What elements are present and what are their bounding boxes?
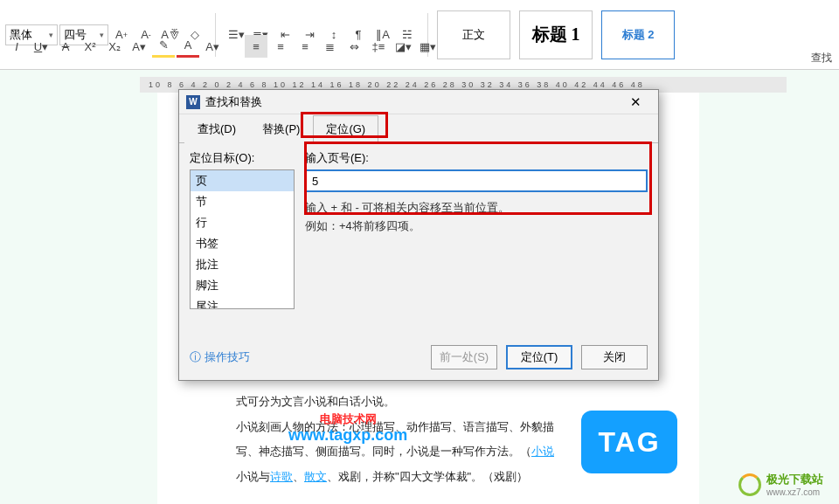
- goto-target-list[interactable]: 页 节 行 书签 批注 脚注 尾注 域: [190, 169, 295, 309]
- close-button[interactable]: 关闭: [581, 345, 648, 369]
- site-logo: 极光下载站 www.xz7.com: [738, 472, 823, 497]
- tab-goto[interactable]: 定位(G): [313, 115, 378, 143]
- subscript-icon[interactable]: X₂: [103, 35, 126, 58]
- strike-icon[interactable]: A: [54, 35, 77, 58]
- list-item[interactable]: 节: [191, 191, 294, 212]
- list-item[interactable]: 尾注: [191, 296, 294, 309]
- borders-icon[interactable]: ▦▾: [416, 35, 439, 58]
- style-heading1[interactable]: 标题 1: [519, 10, 593, 59]
- goto-button[interactable]: 定位(T): [506, 345, 572, 369]
- tag-badge: TAG: [581, 411, 677, 473]
- tab-find[interactable]: 查找(D): [184, 115, 249, 143]
- distribute-icon[interactable]: ⇔: [343, 35, 365, 58]
- superscript-icon[interactable]: X²: [79, 35, 101, 58]
- align-right-icon[interactable]: ≡: [294, 35, 316, 58]
- find-replace-label[interactable]: 查找: [811, 51, 832, 66]
- line-spacing2-icon[interactable]: ‡≡: [367, 35, 390, 58]
- list-item[interactable]: 批注: [191, 254, 294, 275]
- tab-replace[interactable]: 替换(P): [249, 115, 313, 143]
- shading-icon[interactable]: A▾: [201, 35, 224, 58]
- link-novel[interactable]: 小说: [531, 445, 554, 458]
- text-effect-icon[interactable]: A▾: [128, 35, 150, 58]
- style-normal[interactable]: 正文: [437, 10, 510, 59]
- list-item[interactable]: 页: [191, 170, 294, 191]
- prev-button: 前一处(S): [431, 345, 497, 369]
- input-label: 输入页号(E):: [305, 150, 648, 166]
- align-left-icon[interactable]: ≡: [245, 35, 267, 58]
- doc-line: 式可分为文言小说和白话小说。: [210, 390, 647, 415]
- dialog-tabs: 查找(D) 替换(P) 定位(G): [179, 114, 658, 143]
- align-center-icon[interactable]: ≡: [269, 35, 292, 58]
- info-icon: ⓘ: [190, 349, 201, 365]
- list-item[interactable]: 书签: [191, 233, 294, 254]
- app-icon: W: [186, 95, 200, 109]
- helper-text: 输入 + 和 - 可将相关内容移至当前位置。 例如：+4将前移四项。: [305, 199, 648, 236]
- highlight-icon[interactable]: ✎: [152, 35, 175, 58]
- target-label: 定位目标(O):: [190, 150, 295, 166]
- style-heading2[interactable]: 标题 2: [601, 10, 675, 59]
- list-item[interactable]: 行: [191, 212, 294, 233]
- fill-color-icon[interactable]: ◪▾: [392, 35, 414, 58]
- font-color-icon[interactable]: A: [177, 35, 199, 58]
- link-prose[interactable]: 散文: [304, 470, 327, 483]
- link-poetry[interactable]: 诗歌: [270, 470, 293, 483]
- align-justify-icon[interactable]: ≣: [318, 35, 341, 58]
- swirl-icon: [738, 473, 761, 496]
- dialog-title-text: 查找和替换: [205, 94, 262, 110]
- doc-line: 小说与诗歌、散文、戏剧，并称"四大文学体裁"。（戏剧）: [210, 465, 647, 490]
- tips-link[interactable]: ⓘ操作技巧: [190, 349, 250, 365]
- list-item[interactable]: 脚注: [191, 275, 294, 296]
- underline-icon[interactable]: U▾: [30, 35, 52, 58]
- dialog-titlebar: W 查找和替换 ✕: [179, 90, 658, 114]
- ribbon-row2: I U▾ A X² X₂ A▾ ✎ A A▾ ≡ ≡ ≡ ≣ ⇔ ‡≡ ◪▾ ▦…: [5, 35, 439, 58]
- close-icon[interactable]: ✕: [620, 91, 651, 114]
- find-replace-dialog: W 查找和替换 ✕ 查找(D) 替换(P) 定位(G) 定位目标(O): 页 节…: [178, 89, 659, 381]
- italic-icon[interactable]: I: [5, 35, 28, 58]
- page-number-input[interactable]: [305, 169, 648, 192]
